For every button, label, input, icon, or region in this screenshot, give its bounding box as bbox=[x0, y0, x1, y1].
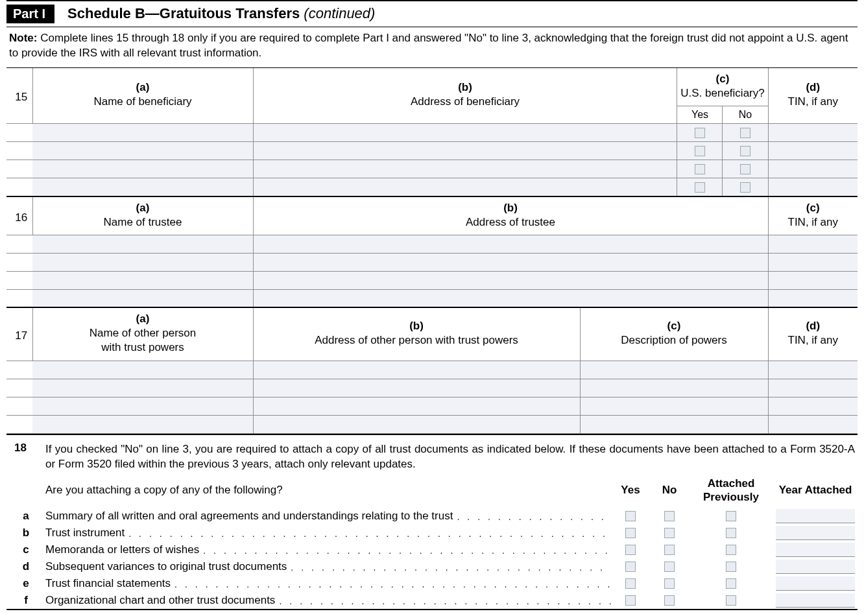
col-15a-header: (a) Name of beneficiary bbox=[32, 68, 253, 124]
powers-description-input[interactable] bbox=[580, 379, 768, 397]
tin-input[interactable] bbox=[768, 271, 858, 289]
us-beneficiary-yes-checkbox[interactable] bbox=[695, 146, 705, 156]
tin-input[interactable] bbox=[768, 178, 858, 196]
item-c-letter: c bbox=[6, 543, 45, 556]
item-e-yes-checkbox[interactable] bbox=[625, 578, 636, 589]
other-person-address-input[interactable] bbox=[253, 397, 580, 415]
item-f-label: Organizational chart and other trust doc… bbox=[45, 594, 611, 607]
other-person-address-input[interactable] bbox=[253, 415, 580, 433]
table-row bbox=[6, 178, 858, 196]
tin-input[interactable] bbox=[768, 397, 858, 415]
item-a-letter: a bbox=[6, 510, 45, 523]
line-15-table: 15 (a) Name of beneficiary (b) Address o… bbox=[6, 68, 858, 197]
other-person-address-input[interactable] bbox=[253, 361, 580, 379]
item-b-yes-checkbox[interactable] bbox=[625, 528, 636, 538]
other-person-name-input[interactable] bbox=[32, 361, 253, 379]
beneficiary-address-input[interactable] bbox=[253, 142, 677, 160]
item-b-prev-checkbox[interactable] bbox=[726, 528, 736, 538]
trustee-name-input[interactable] bbox=[32, 235, 253, 253]
tin-input[interactable] bbox=[768, 379, 858, 397]
item-a-prev-checkbox[interactable] bbox=[726, 511, 736, 521]
tin-input[interactable] bbox=[768, 253, 858, 271]
trustee-address-input[interactable] bbox=[253, 271, 768, 289]
item-b-no-checkbox[interactable] bbox=[664, 528, 675, 538]
line-17-table: 17 (a) Name of other person with trust p… bbox=[6, 308, 858, 433]
trustee-address-input[interactable] bbox=[253, 253, 768, 271]
powers-description-input[interactable] bbox=[580, 361, 768, 379]
trustee-name-input[interactable] bbox=[32, 289, 253, 307]
tin-input[interactable] bbox=[768, 124, 858, 142]
trustee-address-input[interactable] bbox=[253, 289, 768, 307]
part-header: Part I Schedule B—Gratuitous Transfers (… bbox=[6, 3, 858, 27]
tin-input[interactable] bbox=[768, 289, 858, 307]
item-a-year-input[interactable] bbox=[776, 509, 855, 523]
other-person-name-input[interactable] bbox=[32, 415, 253, 433]
item-a-yes-checkbox[interactable] bbox=[625, 511, 636, 521]
table-row bbox=[6, 361, 858, 379]
item-b-year-input[interactable] bbox=[776, 526, 855, 540]
us-beneficiary-yes-checkbox[interactable] bbox=[695, 182, 705, 193]
item-a-no-checkbox[interactable] bbox=[664, 511, 675, 521]
us-beneficiary-no-checkbox[interactable] bbox=[740, 146, 750, 156]
item-c-year-input[interactable] bbox=[776, 543, 855, 557]
line-16-number: 16 bbox=[6, 197, 32, 235]
item-c-label: Memoranda or letters of wishes .........… bbox=[45, 543, 611, 556]
powers-description-input[interactable] bbox=[580, 397, 768, 415]
item-f-prev-checkbox[interactable] bbox=[726, 595, 736, 606]
col-yes-header: Yes bbox=[611, 484, 650, 499]
col-prev-header: Attached Previously bbox=[689, 477, 773, 506]
item-e-prev-checkbox[interactable] bbox=[726, 578, 736, 589]
table-row bbox=[6, 235, 858, 253]
beneficiary-name-input[interactable] bbox=[32, 124, 253, 142]
us-beneficiary-no-checkbox[interactable] bbox=[740, 128, 750, 138]
beneficiary-address-input[interactable] bbox=[253, 160, 677, 178]
item-c-yes-checkbox[interactable] bbox=[625, 545, 636, 555]
col-15b-header: (b) Address of beneficiary bbox=[253, 68, 677, 124]
beneficiary-name-input[interactable] bbox=[32, 160, 253, 178]
trustee-name-input[interactable] bbox=[32, 253, 253, 271]
item-c-no-checkbox[interactable] bbox=[664, 545, 675, 555]
col-16a-header: (a) Name of trustee bbox=[32, 197, 253, 235]
item-d-no-checkbox[interactable] bbox=[664, 562, 675, 572]
col-17b-header: (b) Address of other person with trust p… bbox=[253, 308, 580, 361]
trustee-name-input[interactable] bbox=[32, 271, 253, 289]
us-beneficiary-no-checkbox[interactable] bbox=[740, 182, 750, 193]
other-person-name-input[interactable] bbox=[32, 397, 253, 415]
item-e-year-input[interactable] bbox=[776, 576, 855, 591]
table-row bbox=[6, 415, 858, 433]
item-f-no-checkbox[interactable] bbox=[664, 595, 675, 606]
other-person-address-input[interactable] bbox=[253, 379, 580, 397]
col-16b-header: (b) Address of trustee bbox=[253, 197, 768, 235]
beneficiary-name-input[interactable] bbox=[32, 178, 253, 196]
item-f-yes-checkbox[interactable] bbox=[625, 595, 636, 606]
tin-input[interactable] bbox=[768, 160, 858, 178]
us-beneficiary-yes-checkbox[interactable] bbox=[695, 128, 705, 138]
part-badge: Part I bbox=[6, 5, 54, 23]
schedule-title: Schedule B—Gratuitous Transfers bbox=[67, 5, 300, 21]
col-15c-header: (c) U.S. beneficiary? bbox=[677, 68, 768, 106]
item-d-year-input[interactable] bbox=[776, 560, 855, 574]
trustee-address-input[interactable] bbox=[253, 235, 768, 253]
line-18-intro-text: If you checked "No" on line 3, you are r… bbox=[45, 442, 858, 473]
beneficiary-address-input[interactable] bbox=[253, 124, 677, 142]
item-d-label: Subsequent variances to original trust d… bbox=[45, 560, 611, 573]
item-e-no-checkbox[interactable] bbox=[664, 578, 675, 589]
tin-input[interactable] bbox=[768, 235, 858, 253]
col-17a-header: (a) Name of other person with trust powe… bbox=[32, 308, 253, 361]
tin-input[interactable] bbox=[768, 361, 858, 379]
table-row bbox=[6, 397, 858, 415]
us-beneficiary-yes-checkbox[interactable] bbox=[695, 164, 705, 174]
item-f-year-input[interactable] bbox=[776, 593, 855, 608]
item-b-letter: b bbox=[6, 527, 45, 539]
item-d-yes-checkbox[interactable] bbox=[625, 562, 636, 572]
powers-description-input[interactable] bbox=[580, 415, 768, 433]
other-person-name-input[interactable] bbox=[32, 379, 253, 397]
line-18-question: Are you attaching a copy of any of the f… bbox=[45, 484, 611, 501]
tin-input[interactable] bbox=[768, 142, 858, 160]
item-d-prev-checkbox[interactable] bbox=[726, 562, 736, 572]
beneficiary-name-input[interactable] bbox=[32, 142, 253, 160]
item-c-prev-checkbox[interactable] bbox=[726, 545, 736, 555]
us-beneficiary-no-checkbox[interactable] bbox=[740, 164, 750, 174]
tin-input[interactable] bbox=[768, 415, 858, 433]
beneficiary-address-input[interactable] bbox=[253, 178, 677, 196]
